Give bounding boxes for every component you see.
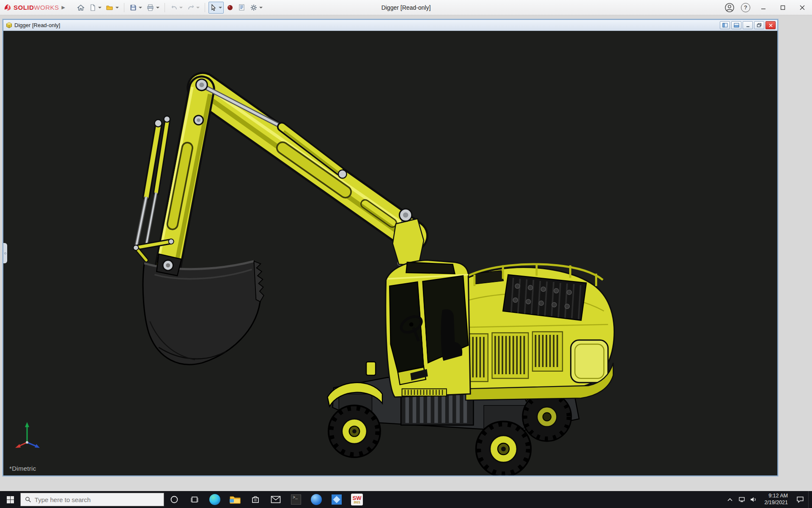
search-icon <box>25 496 31 503</box>
app-maximize-button[interactable] <box>773 0 793 15</box>
media-app-icon <box>311 494 322 505</box>
new-document-icon <box>89 4 96 11</box>
show-desktop-button[interactable] <box>808 491 810 508</box>
undo-button[interactable] <box>168 2 184 14</box>
cortana-icon <box>170 495 178 504</box>
windows-logo-icon <box>7 496 14 503</box>
sheet-lines-icon <box>238 4 245 11</box>
taskbar-search[interactable] <box>20 493 164 506</box>
file-explorer-icon <box>230 495 241 504</box>
photos-icon <box>332 494 342 505</box>
front-right-wheel <box>476 422 531 475</box>
view-orientation-label: *Dimetric <box>9 465 36 472</box>
document-title: Digger [Read-only] <box>14 22 60 28</box>
home-icon <box>77 4 85 11</box>
taskbar-app-photos[interactable] <box>326 491 347 508</box>
orientation-triad[interactable] <box>13 417 47 451</box>
gear-icon <box>250 4 258 11</box>
console-icon: >_ <box>291 494 301 505</box>
tray-volume-button[interactable] <box>748 491 759 508</box>
doc-restore-button[interactable] <box>754 21 764 29</box>
feature-tree-collapse-tab[interactable] <box>3 243 7 263</box>
taskbar-app-media[interactable] <box>306 491 326 508</box>
options-button[interactable] <box>248 2 264 14</box>
app-minimize-button[interactable] <box>754 0 773 15</box>
clock-time: 9:12 AM <box>764 493 788 500</box>
doc-minimize-button[interactable] <box>743 21 753 29</box>
help-icon: ? <box>741 3 750 12</box>
action-center-button[interactable] <box>793 491 807 508</box>
taskbar-app-edge[interactable] <box>205 491 225 508</box>
excavator-arm <box>133 79 418 267</box>
new-document-button[interactable] <box>87 2 103 14</box>
taskbar-app-mail[interactable] <box>266 491 286 508</box>
dropdown-caret-icon[interactable] <box>179 7 183 8</box>
search-input[interactable] <box>35 496 159 503</box>
dropdown-caret-icon[interactable] <box>196 7 200 8</box>
app-close-button[interactable] <box>793 0 812 15</box>
taskbar-app-store[interactable] <box>245 491 266 508</box>
user-icon <box>724 3 735 13</box>
tray-expand-button[interactable] <box>724 491 735 508</box>
document-titlebar[interactable]: Digger [Read-only] <box>3 20 777 31</box>
open-button[interactable] <box>104 2 121 14</box>
tray-network-button[interactable] <box>736 491 747 508</box>
doc-tile-left-button[interactable] <box>720 21 730 29</box>
roof-panel <box>406 262 455 273</box>
side-marker <box>366 362 376 375</box>
doc-close-button[interactable] <box>765 21 776 29</box>
print-button[interactable] <box>145 2 161 14</box>
help-button[interactable]: ? <box>739 1 752 14</box>
redo-button[interactable] <box>185 2 201 14</box>
redo-icon <box>187 4 195 11</box>
taskbar-app-file-explorer[interactable] <box>225 491 245 508</box>
dropdown-caret-icon[interactable] <box>259 7 263 8</box>
select-tool-button[interactable] <box>208 2 224 14</box>
cortana-button[interactable] <box>164 491 184 508</box>
rear-wheel <box>523 392 571 441</box>
task-view-icon <box>190 495 199 504</box>
taskbar-app-console[interactable]: >_ <box>286 491 306 508</box>
dropdown-caret-icon[interactable] <box>115 7 119 8</box>
excavator-bucket <box>143 254 264 364</box>
user-account-button[interactable] <box>723 1 736 14</box>
taskbar-app-solidworks[interactable]: SW 2021 <box>347 491 367 508</box>
toolbar-separator <box>165 3 165 12</box>
dropdown-caret-icon[interactable] <box>139 7 142 8</box>
collapse-handle-icon <box>4 252 6 254</box>
evaluate-sheet-button[interactable] <box>236 2 247 14</box>
network-icon <box>738 497 746 502</box>
volume-icon <box>750 497 757 502</box>
appearances-button[interactable] <box>225 2 236 14</box>
dropdown-caret-icon[interactable] <box>98 7 102 8</box>
excavator-model[interactable] <box>3 31 777 475</box>
dassault-logo-icon <box>3 3 12 12</box>
solidworks-brand: SOLIDWORKS ▶ <box>0 3 69 12</box>
dropdown-caret-icon[interactable] <box>156 7 159 8</box>
close-icon <box>768 23 773 28</box>
appearance-sphere-icon <box>227 4 233 11</box>
toolbar-separator <box>124 3 124 12</box>
solidworks-app-icon: SW 2021 <box>351 494 363 505</box>
viewport-3d[interactable]: *Dimetric <box>3 31 777 475</box>
brand-solid: SOLID <box>14 4 34 11</box>
print-icon <box>146 4 154 11</box>
document-window: Digger [Read-only] <box>3 19 778 476</box>
restore-icon <box>757 23 762 28</box>
home-button[interactable] <box>75 2 86 14</box>
tile-left-icon <box>722 23 728 28</box>
store-icon <box>251 495 260 504</box>
doc-tile-bottom-button[interactable] <box>731 21 741 29</box>
document-window-controls <box>720 21 776 29</box>
mail-icon <box>271 496 281 503</box>
start-button[interactable] <box>0 491 20 508</box>
save-button[interactable] <box>128 2 144 14</box>
dropdown-caret-icon[interactable] <box>219 7 222 8</box>
excavator-body <box>452 263 614 400</box>
brand-text: SOLIDWORKS <box>14 4 59 11</box>
menu-expand-chevron-icon[interactable]: ▶ <box>62 5 65 10</box>
select-cursor-icon <box>210 4 217 11</box>
taskbar-clock[interactable]: 9:12 AM 2/19/2021 <box>760 493 792 506</box>
brand-works: WORKS <box>34 4 59 11</box>
task-view-button[interactable] <box>184 491 205 508</box>
